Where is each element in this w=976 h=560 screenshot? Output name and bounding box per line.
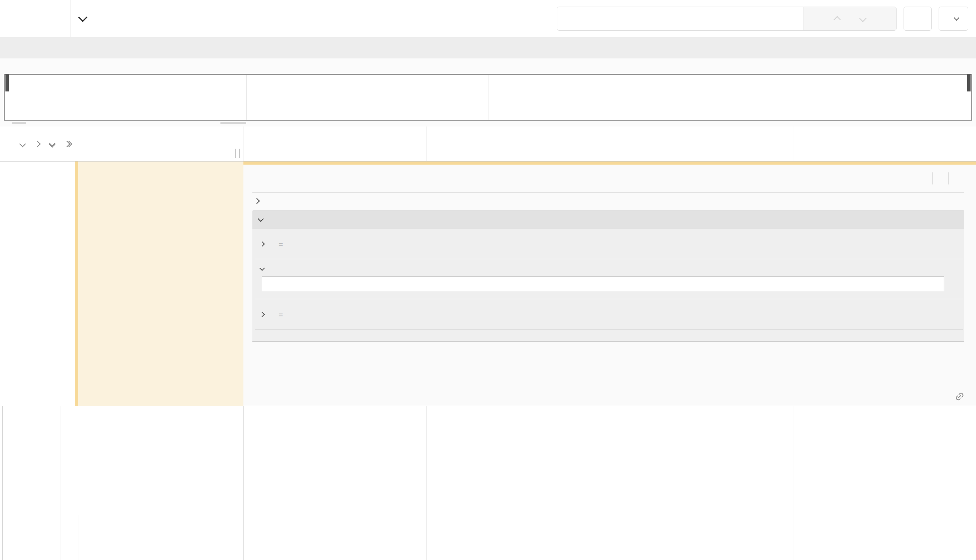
find-box xyxy=(557,7,897,31)
detail-service xyxy=(917,172,932,184)
collapse-one-icon[interactable] xyxy=(20,142,25,146)
log-entry-collapsed[interactable]: = xyxy=(255,299,963,330)
detail-divider xyxy=(252,192,964,193)
log-expanded-header[interactable] xyxy=(258,266,960,270)
find-extras xyxy=(803,7,896,30)
trace-view-select[interactable] xyxy=(939,7,968,31)
minimap-viewport[interactable] xyxy=(4,74,972,121)
deep-link-icon[interactable] xyxy=(955,392,964,401)
column-resize-grip[interactable] xyxy=(235,149,240,158)
log-chevron-right-icon xyxy=(259,241,265,246)
minimap-gridline xyxy=(730,75,730,120)
header-gridline xyxy=(426,126,427,161)
tree-controls xyxy=(20,141,71,147)
logs-accordion: = xyxy=(252,210,964,342)
minimap-time-labels xyxy=(0,58,976,73)
tags-accordion[interactable] xyxy=(252,199,964,203)
trace-summary-bar xyxy=(0,37,976,58)
trace-viewer: = xyxy=(0,0,976,560)
log-field-table xyxy=(262,276,944,291)
span-detail-panel: = xyxy=(243,162,976,406)
log-chevron-right-icon xyxy=(259,311,265,317)
collapse-all-icon[interactable] xyxy=(50,141,55,147)
minimap-scroll-track xyxy=(4,122,972,124)
expanded-span-highlight xyxy=(78,162,243,406)
timeline-ticks-header xyxy=(243,126,976,161)
find-prev-icon[interactable] xyxy=(833,16,840,23)
log-field-key xyxy=(269,283,368,284)
span-detail-left-column xyxy=(0,162,243,406)
expanded-span-color-line xyxy=(75,162,78,406)
minimap-gridline xyxy=(488,75,488,120)
logs-header[interactable] xyxy=(252,210,964,229)
minimap-left-drag-handle[interactable] xyxy=(5,74,9,91)
top-bar xyxy=(0,0,976,37)
log-summary: = xyxy=(277,238,285,249)
logs-footer-note xyxy=(255,330,963,341)
expand-all-icon[interactable] xyxy=(65,142,71,146)
span-id-row xyxy=(252,387,964,401)
span-detail-row: = xyxy=(0,162,976,406)
minimap-scroll-stub xyxy=(12,122,26,124)
timeline-column-header xyxy=(0,126,976,162)
logs-chevron-down-icon xyxy=(258,216,264,222)
title-collapse-chevron-icon[interactable] xyxy=(78,12,87,22)
header-gridline xyxy=(793,126,793,161)
chevron-down-icon xyxy=(954,15,959,20)
top-bar-actions xyxy=(557,7,976,31)
minimap-scroll-stub xyxy=(220,122,246,124)
find-input[interactable] xyxy=(557,7,803,30)
log-entry-expanded xyxy=(255,259,963,299)
log-chevron-down-icon xyxy=(259,265,265,271)
minimap-gridline xyxy=(247,75,247,120)
minimap-right-drag-handle[interactable] xyxy=(967,74,971,91)
tags-chevron-right-icon xyxy=(254,198,260,204)
trace-minimap xyxy=(0,58,976,126)
log-summary: = xyxy=(277,309,285,320)
span-color-accent xyxy=(243,162,976,165)
log-entry-collapsed[interactable]: = xyxy=(255,229,963,259)
detail-start-time xyxy=(948,172,964,184)
keyboard-shortcuts-button[interactable] xyxy=(904,7,932,31)
back-button[interactable] xyxy=(0,0,71,37)
trace-title-wrap xyxy=(71,16,557,21)
expand-one-icon[interactable] xyxy=(35,142,40,146)
header-gridline xyxy=(610,126,610,161)
logs-body: = xyxy=(252,229,964,342)
detail-duration xyxy=(932,172,948,184)
service-operation-header xyxy=(0,126,243,161)
find-next-icon[interactable] xyxy=(859,15,866,22)
span-detail-header xyxy=(252,172,964,184)
span-rows-body: = xyxy=(0,162,976,560)
span-detail-meta xyxy=(917,172,964,184)
